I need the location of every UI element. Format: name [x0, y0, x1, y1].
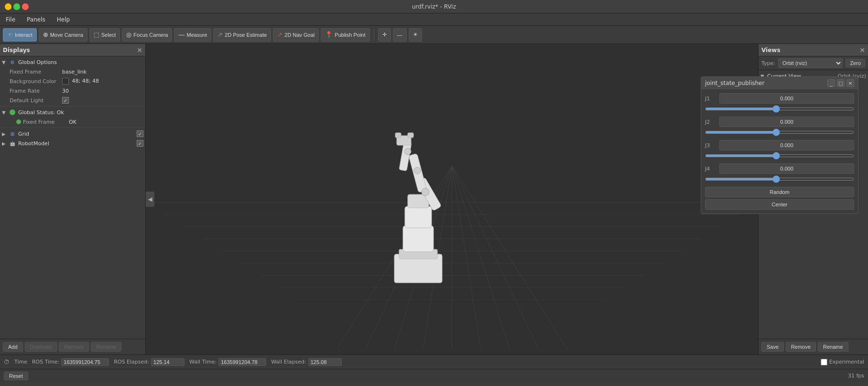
- toolbar-separator-1: [374, 29, 374, 41]
- rename-display-btn[interactable]: Rename: [91, 342, 121, 352]
- pose-estimate-label: 2D Pose Estimate: [225, 32, 267, 38]
- publish-point-button[interactable]: 📍 Publish Point: [321, 28, 369, 42]
- global-options-label: Global Options: [18, 59, 57, 65]
- views-type-select[interactable]: Orbit (rviz): [778, 58, 843, 68]
- move-camera-label: Move Camera: [50, 32, 83, 38]
- fixed-frame-value[interactable]: base_link: [62, 69, 87, 75]
- section-divider-1: [0, 106, 145, 107]
- joint-2-slider[interactable]: [705, 131, 854, 134]
- frame-rate-row: Frame Rate 30: [7, 86, 145, 96]
- joint-3-input[interactable]: 0.000: [719, 140, 854, 150]
- pose-estimate-button[interactable]: ↗ 2D Pose Estimate: [213, 28, 271, 42]
- robot-model-arrow: ▶: [2, 141, 9, 146]
- menu-file[interactable]: File: [3, 15, 18, 24]
- interact-button[interactable]: ☜ Interact: [3, 28, 37, 42]
- publish-point-label: Publish Point: [335, 32, 365, 38]
- reset-btn[interactable]: Reset: [4, 372, 28, 380]
- joint-1-slider[interactable]: [705, 107, 854, 110]
- fixed-frame-status-value: OK: [69, 119, 76, 125]
- focus-camera-button[interactable]: ◎ Focus Camera: [122, 28, 172, 42]
- grid-enabled-checkbox[interactable]: [137, 130, 143, 137]
- joint-1-input[interactable]: 0.000: [719, 93, 854, 104]
- center-btn[interactable]: Center: [705, 199, 854, 210]
- robot-model-row[interactable]: ▶ 🤖 RobotModel: [0, 139, 145, 148]
- jsp-action-row: Random: [705, 187, 854, 197]
- jsp-title: joint_state_publisher: [705, 80, 764, 86]
- views-save-btn[interactable]: Save: [761, 342, 784, 352]
- nav-goal-button[interactable]: ↗ 2D Nav Goal: [273, 28, 319, 42]
- remove-display-btn[interactable]: Remove: [59, 342, 89, 352]
- background-color-value[interactable]: 48; 48; 48: [62, 78, 99, 85]
- background-color-label: Background Color: [10, 78, 62, 85]
- displays-footer: Add Duplicate Remove Rename: [0, 339, 145, 354]
- ros-elapsed-input[interactable]: 125.14: [151, 358, 184, 366]
- joint-4-input[interactable]: 0.000: [719, 163, 854, 174]
- jsp-close-btn[interactable]: ✕: [846, 79, 854, 87]
- minimize-btn[interactable]: [5, 3, 11, 10]
- duplicate-display-btn[interactable]: Duplicate: [25, 342, 57, 352]
- grid-icon: ⊞: [9, 130, 16, 138]
- nav-goal-label: 2D Nav Goal: [284, 32, 315, 38]
- global-options-row[interactable]: ▼ ⚙ Global Options: [0, 57, 145, 67]
- menu-help[interactable]: Help: [54, 15, 73, 24]
- default-light-checkbox[interactable]: [62, 97, 69, 104]
- global-status-row[interactable]: ▼ Global Status: Ok: [0, 107, 145, 117]
- move-camera-button[interactable]: ⊕ Move Camera: [39, 28, 87, 42]
- views-type-row: Type: Orbit (rviz) Zero: [759, 56, 868, 70]
- grid-row[interactable]: ▶ ⊞ Grid: [0, 129, 145, 139]
- displays-panel: Displays ✕ ▼ ⚙ Global Options Fixed Fram…: [0, 44, 146, 354]
- add-display-btn[interactable]: Add: [3, 342, 23, 352]
- fixed-frame-label: Fixed Frame: [10, 69, 62, 75]
- close-btn[interactable]: [22, 3, 29, 10]
- select-icon: ⬚: [94, 31, 99, 38]
- default-light-value[interactable]: [62, 97, 69, 104]
- views-remove-btn[interactable]: Remove: [786, 342, 816, 352]
- svg-rect-30: [395, 133, 401, 138]
- select-label: Select: [101, 32, 116, 38]
- fixed-frame-status-indicator: [16, 119, 21, 124]
- frame-rate-value[interactable]: 30: [62, 88, 69, 94]
- displays-close-btn[interactable]: ✕: [137, 47, 142, 54]
- measure-button[interactable]: — Measure: [174, 28, 211, 42]
- experimental-checkbox[interactable]: [821, 359, 827, 365]
- menu-panels[interactable]: Panels: [24, 15, 48, 24]
- focus-camera-label: Focus Camera: [133, 32, 168, 38]
- displays-title: Displays: [3, 47, 30, 54]
- maximize-btn[interactable]: [13, 3, 20, 10]
- joint-2-label: J2: [705, 119, 719, 125]
- toolbar-extra-1[interactable]: ✛: [378, 28, 391, 42]
- joint-4-slider[interactable]: [705, 178, 854, 181]
- ros-time-input[interactable]: 1635991204.75: [61, 358, 109, 366]
- jsp-minimize-btn[interactable]: _: [827, 79, 835, 87]
- robot-model-enabled-checkbox[interactable]: [137, 140, 143, 147]
- nav-goal-icon: ↗: [277, 31, 282, 38]
- viewport-expand-left[interactable]: ◀: [146, 192, 154, 207]
- global-options-arrow: ▼: [2, 60, 9, 65]
- global-status-arrow: ▼: [2, 110, 9, 115]
- views-close-btn[interactable]: ✕: [859, 47, 865, 54]
- toolbar-extra-3[interactable]: ☀: [409, 28, 422, 42]
- random-btn[interactable]: Random: [705, 187, 854, 197]
- grid-arrow: ▶: [2, 131, 9, 137]
- joint-3-slider[interactable]: [705, 154, 854, 157]
- robot-model-checkbox[interactable]: [137, 140, 143, 147]
- grid-checkbox[interactable]: [137, 130, 143, 137]
- 3d-viewport[interactable]: ◀ ▶: [146, 44, 758, 354]
- wall-elapsed-input[interactable]: 125.08: [308, 358, 342, 366]
- toolbar-extra-2[interactable]: —: [393, 28, 407, 42]
- fixed-frame-status-row: Fixed Frame OK: [13, 117, 145, 127]
- publish-point-icon: 📍: [325, 31, 333, 38]
- global-status-indicator: [10, 109, 15, 115]
- joint-2-header: J2 0.000: [705, 117, 854, 127]
- joint-2-input[interactable]: 0.000: [719, 117, 854, 127]
- wall-time-label: Wall Time:: [189, 359, 217, 365]
- views-rename-btn[interactable]: Rename: [818, 342, 848, 352]
- default-light-label: Default Light: [10, 97, 62, 104]
- wall-elapsed-label: Wall Elapsed:: [271, 359, 306, 365]
- select-button[interactable]: ⬚ Select: [89, 28, 120, 42]
- focus-camera-icon: ◎: [126, 31, 131, 38]
- jsp-maximize-btn[interactable]: □: [837, 79, 845, 87]
- robot-model-icon: 🤖: [9, 139, 16, 147]
- wall-time-input[interactable]: 1635991204.78: [218, 358, 266, 366]
- views-zero-btn[interactable]: Zero: [846, 59, 865, 67]
